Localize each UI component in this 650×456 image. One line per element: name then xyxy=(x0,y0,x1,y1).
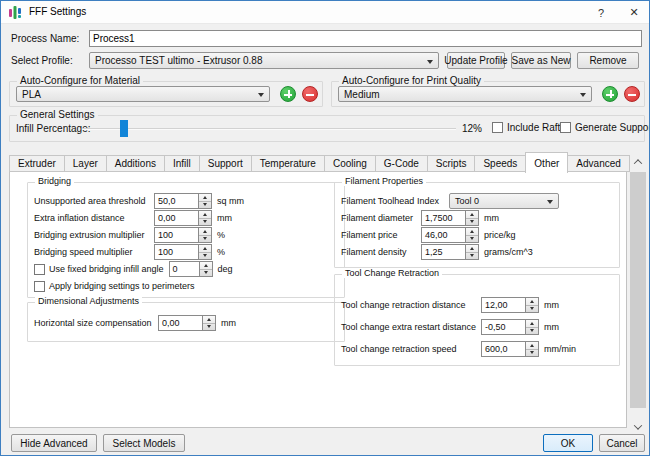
quality-select[interactable]: Medium xyxy=(338,86,592,102)
spinner-value[interactable]: 0,00 xyxy=(158,315,202,331)
horizontal-size-compensation-spinner[interactable]: 0,00 xyxy=(158,315,216,331)
slider-handle[interactable] xyxy=(120,120,128,137)
help-icon[interactable]: ? xyxy=(587,1,615,24)
scrollbar-thumb[interactable] xyxy=(630,172,646,408)
spin-down-icon[interactable] xyxy=(200,270,212,277)
bridging-speed-multiplier-spinner[interactable]: 100 xyxy=(154,244,212,260)
tab-infill[interactable]: Infill xyxy=(164,155,200,172)
infill-percentage-slider[interactable] xyxy=(82,120,456,137)
spin-down-icon[interactable] xyxy=(199,253,211,260)
add-quality-icon[interactable] xyxy=(602,86,618,102)
remove-button[interactable]: Remove xyxy=(577,52,639,69)
tab-extruder[interactable]: Extruder xyxy=(9,155,65,172)
tab-other[interactable]: Other xyxy=(525,152,568,173)
ok-button[interactable]: OK xyxy=(543,434,593,452)
spinner-value[interactable]: 0 xyxy=(169,261,199,277)
spin-up-icon[interactable] xyxy=(200,262,212,270)
filament-price-row: Filament price 46,00 price/kg xyxy=(341,227,613,243)
filament-diameter-spinner[interactable]: 1,7500 xyxy=(421,210,479,226)
select-models-button[interactable]: Select Models xyxy=(103,434,185,452)
spinner-value[interactable]: 1,7500 xyxy=(421,210,465,226)
unit-label: grams/cm^3 xyxy=(484,247,533,257)
unsupported-area-threshold-spinner[interactable]: 50,0 xyxy=(154,193,212,209)
fixed-bridging-angle-label: Use fixed bridging infill angle xyxy=(49,264,164,274)
spinner-value[interactable]: 0,00 xyxy=(154,210,198,226)
material-select[interactable]: PLA xyxy=(16,86,270,102)
update-profile-button[interactable]: Update Profile xyxy=(447,52,505,69)
bridging-speed-multiplier-label: Bridging speed multiplier xyxy=(34,247,154,257)
spin-down-icon[interactable] xyxy=(526,350,538,357)
include-raft-checkbox[interactable] xyxy=(492,122,503,133)
spinner-value[interactable]: 100 xyxy=(154,244,198,260)
tab-layer[interactable]: Layer xyxy=(64,155,107,172)
profile-select[interactable]: Processo TEST ultimo - Extrusor 0.88 xyxy=(89,52,439,69)
spinner-value[interactable]: -0,50 xyxy=(481,319,525,335)
tab-gcode[interactable]: G-Code xyxy=(375,155,428,172)
spin-up-icon[interactable] xyxy=(199,228,211,236)
tool-change-retraction-distance-spinner[interactable]: 12,00 xyxy=(481,297,539,313)
remove-quality-icon[interactable] xyxy=(624,86,640,102)
spin-up-icon[interactable] xyxy=(466,245,478,253)
filament-toolhead-select[interactable]: Tool 0 xyxy=(449,193,559,209)
spinner-value[interactable]: 12,00 xyxy=(481,297,525,313)
scroll-down-icon[interactable] xyxy=(630,419,646,435)
spin-up-icon[interactable] xyxy=(199,245,211,253)
process-name-input[interactable] xyxy=(89,30,642,47)
add-material-icon[interactable] xyxy=(280,86,296,102)
generate-support-checkbox[interactable] xyxy=(560,122,571,133)
spin-up-icon[interactable] xyxy=(526,342,538,350)
unit-label: price/kg xyxy=(484,230,516,240)
cancel-button[interactable]: Cancel xyxy=(599,434,645,452)
tab-scripts[interactable]: Scripts xyxy=(427,155,476,172)
spin-down-icon[interactable] xyxy=(199,236,211,243)
bridging-extrusion-multiplier-spinner[interactable]: 100 xyxy=(154,227,212,243)
spin-up-icon[interactable] xyxy=(199,194,211,202)
vertical-scrollbar[interactable] xyxy=(630,154,646,435)
fixed-bridging-angle-spinner[interactable]: 0 xyxy=(169,261,213,277)
tab-support[interactable]: Support xyxy=(199,155,252,172)
spin-up-icon[interactable] xyxy=(199,211,211,219)
generate-support-option[interactable]: Generate Support xyxy=(560,122,650,133)
fixed-bridging-angle-checkbox[interactable] xyxy=(34,264,45,275)
chevron-down-icon xyxy=(547,200,553,204)
spin-down-icon[interactable] xyxy=(466,236,478,243)
spin-up-icon[interactable] xyxy=(466,228,478,236)
tool-change-retraction-group: Tool Change Retraction Tool change retra… xyxy=(334,274,620,366)
include-raft-label: Include Raft xyxy=(507,122,560,133)
filament-price-spinner[interactable]: 46,00 xyxy=(421,227,479,243)
spin-down-icon[interactable] xyxy=(199,219,211,226)
filament-density-spinner[interactable]: 1,25 xyxy=(421,244,479,260)
spin-down-icon[interactable] xyxy=(526,306,538,313)
spin-down-icon[interactable] xyxy=(203,324,215,331)
spin-up-icon[interactable] xyxy=(466,211,478,219)
spin-up-icon[interactable] xyxy=(203,316,215,324)
tab-cooling[interactable]: Cooling xyxy=(324,155,376,172)
process-name-label: Process Name: xyxy=(11,33,79,44)
spin-down-icon[interactable] xyxy=(199,202,211,209)
spin-down-icon[interactable] xyxy=(466,219,478,226)
close-icon[interactable]: ✕ xyxy=(620,1,648,24)
spinner-value[interactable]: 100 xyxy=(154,227,198,243)
spinner-value[interactable]: 600,0 xyxy=(481,341,525,357)
spinner-value[interactable]: 50,0 xyxy=(154,193,198,209)
remove-material-icon[interactable] xyxy=(302,86,318,102)
spin-down-icon[interactable] xyxy=(526,328,538,335)
tab-temperature[interactable]: Temperature xyxy=(251,155,325,172)
tool-change-extra-restart-distance-spinner[interactable]: -0,50 xyxy=(481,319,539,335)
save-as-new-button[interactable]: Save as New xyxy=(511,52,571,69)
hide-advanced-button[interactable]: Hide Advanced xyxy=(11,434,97,452)
apply-bridging-to-perimeters-checkbox[interactable] xyxy=(34,281,45,292)
spin-down-icon[interactable] xyxy=(466,253,478,260)
tool-change-retraction-speed-spinner[interactable]: 600,0 xyxy=(481,341,539,357)
spin-up-icon[interactable] xyxy=(526,298,538,306)
spinner-buttons xyxy=(465,244,479,260)
include-raft-option[interactable]: Include Raft xyxy=(492,122,560,133)
tab-additions[interactable]: Additions xyxy=(106,155,165,172)
spinner-value[interactable]: 46,00 xyxy=(421,227,465,243)
tab-advanced[interactable]: Advanced xyxy=(567,155,629,172)
spinner-value[interactable]: 1,25 xyxy=(421,244,465,260)
tab-speeds[interactable]: Speeds xyxy=(474,155,526,172)
scroll-up-icon[interactable] xyxy=(630,154,646,170)
spin-up-icon[interactable] xyxy=(526,320,538,328)
extra-inflation-distance-spinner[interactable]: 0,00 xyxy=(154,210,212,226)
